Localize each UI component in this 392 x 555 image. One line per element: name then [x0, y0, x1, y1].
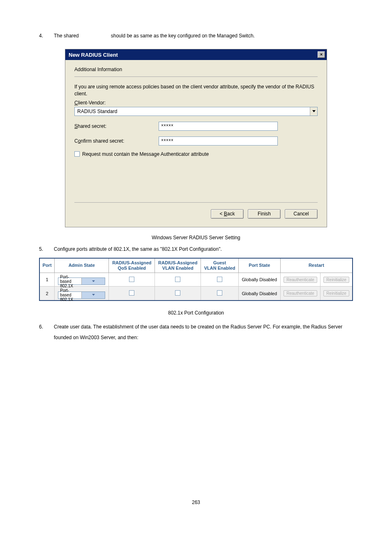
- chevron-down-icon: [81, 292, 105, 298]
- guest-checkbox[interactable]: [217, 277, 222, 282]
- col-qos: RADIUS-AssignedQoS Enabled: [109, 258, 155, 273]
- shared-secret-label: Shared secret:: [74, 123, 159, 129]
- col-port: Port: [39, 258, 55, 273]
- reauthenticate-button[interactable]: Reauthenticate: [284, 290, 317, 296]
- col-vlan: RADIUS-AssignedVLAN Enabled: [155, 258, 201, 273]
- shared-secret-input[interactable]: ×××××: [159, 122, 278, 131]
- col-port-state: Port State: [238, 258, 280, 273]
- qos-checkbox[interactable]: [129, 277, 134, 282]
- cell-qos: [109, 273, 155, 287]
- confirm-secret-label: Confirm shared secret:: [74, 138, 159, 144]
- step-4-number: 4.: [39, 33, 46, 39]
- step-5: 5. Configure ports attribute of 802.1X, …: [39, 246, 353, 252]
- cell-port: 1: [39, 273, 55, 287]
- cell-reinit: Reinitialize: [321, 287, 353, 301]
- cell-admin: Port-based 802.1X: [55, 273, 109, 287]
- cell-reauth: Reauthenticate: [280, 273, 320, 287]
- step-4-text-b: should be as same as the key configured …: [111, 33, 255, 39]
- step-6-number: 6.: [39, 321, 46, 343]
- chevron-down-icon[interactable]: [310, 107, 317, 116]
- vlan-checkbox[interactable]: [175, 290, 180, 296]
- reinitialize-button[interactable]: Reinitialize: [323, 290, 349, 296]
- cell-port: 2: [39, 287, 55, 301]
- cell-guest: [201, 273, 239, 287]
- reauthenticate-button[interactable]: Reauthenticate: [284, 277, 317, 283]
- message-auth-label: Request must contain the Message Authent…: [82, 151, 209, 157]
- step-4-text-a: The shared: [54, 33, 79, 39]
- cell-qos: [109, 287, 155, 301]
- admin-state-select[interactable]: Port-based 802.1X: [58, 278, 105, 285]
- dialog-title: New RADIUS Client: [69, 52, 118, 58]
- dialog-title-bar: New RADIUS Client ×: [65, 49, 327, 60]
- dialog-footer: < Back Finish Cancel: [74, 202, 318, 219]
- message-auth-checkbox[interactable]: [74, 151, 80, 157]
- cell-reinit: Reinitialize: [321, 273, 353, 287]
- close-icon[interactable]: ×: [318, 51, 325, 58]
- cancel-button[interactable]: Cancel: [285, 209, 318, 219]
- figure-caption-2: 802.1x Port Configuration: [39, 310, 353, 316]
- admin-state-select[interactable]: Port-based 802.1X: [58, 291, 105, 299]
- back-button[interactable]: < Back: [211, 209, 244, 219]
- table-row: 1 Port-based 802.1X Globally Disabled Re…: [39, 273, 353, 287]
- cell-state: Globally Disabled: [238, 273, 280, 287]
- cell-vlan: [155, 273, 201, 287]
- guest-checkbox[interactable]: [217, 290, 222, 296]
- cell-admin: Port-based 802.1X: [55, 287, 109, 301]
- cell-guest: [201, 287, 239, 301]
- step-5-number: 5.: [39, 246, 46, 252]
- port-config-table: Port Admin State RADIUS-AssignedQoS Enab…: [39, 258, 353, 301]
- reinitialize-button[interactable]: Reinitialize: [323, 277, 349, 283]
- page-number: 263: [39, 500, 353, 505]
- step-6-text: Create user data. The establishment of t…: [54, 321, 353, 343]
- message-auth-checkbox-row: Request must contain the Message Authent…: [74, 151, 318, 157]
- dialog-description: If you are using remote access policies …: [74, 83, 318, 97]
- client-vendor-select[interactable]: RADIUS Standard: [74, 107, 318, 116]
- chevron-down-icon: [81, 278, 105, 284]
- divider: [74, 76, 318, 77]
- step-6: 6. Create user data. The establishment o…: [39, 321, 353, 343]
- confirm-secret-input[interactable]: ×××××: [159, 136, 278, 146]
- col-admin-state: Admin State: [55, 258, 109, 273]
- qos-checkbox[interactable]: [129, 290, 134, 296]
- vlan-checkbox[interactable]: [175, 277, 180, 282]
- cell-reauth: Reauthenticate: [280, 287, 320, 301]
- step-4: 4. The shared should be as same as the k…: [39, 33, 353, 39]
- dialog-heading: Additional Information: [74, 67, 318, 72]
- table-row: 2 Port-based 802.1X Globally Disabled Re…: [39, 287, 353, 301]
- finish-button[interactable]: Finish: [248, 209, 281, 219]
- col-guest: GuestVLAN Enabled: [201, 258, 239, 273]
- cell-vlan: [155, 287, 201, 301]
- step-5-text: Configure ports attribute of 802.1X, the…: [54, 246, 222, 252]
- col-restart: Restart: [280, 258, 353, 273]
- figure-caption-1: Windows Server RADIUS Server Setting: [39, 235, 353, 240]
- cell-state: Globally Disabled: [238, 287, 280, 301]
- client-vendor-label: Client-Vendor:: [74, 100, 318, 106]
- client-vendor-value: RADIUS Standard: [75, 107, 310, 116]
- radius-client-dialog: New RADIUS Client × Additional Informati…: [65, 49, 327, 227]
